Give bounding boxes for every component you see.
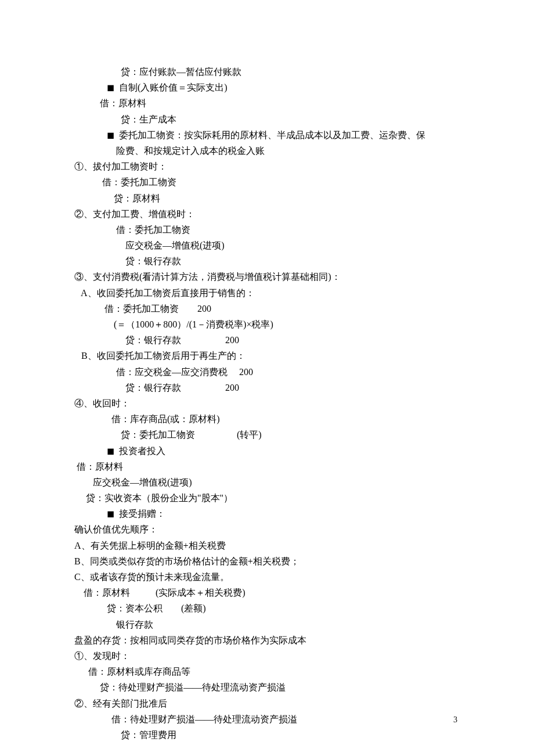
text-line: 确认价值优先顺序： [74, 521, 460, 537]
text-line: B、同类或类似存货的市场价格估计的金额+相关税费； [74, 553, 460, 569]
text-line: 借：委托加工物资 [74, 174, 460, 190]
text-line: 借：应交税金—应交消费税 200 [74, 364, 460, 380]
document-content: 贷：应付账款—暂估应付账款 ◼ 自制(入账价值＝实际支出) 借：原材料 贷：生产… [74, 64, 460, 743]
text-line: ④、收回时： [74, 395, 460, 411]
text-line: 借：原材料或库存商品等 [74, 664, 460, 679]
text-line: ②、经有关部门批准后 [74, 696, 460, 711]
text-line: ◼ 自制(入账价值＝实际支出) [74, 80, 460, 95]
text-line: 应交税金—增值税(进项) [74, 474, 460, 490]
text-line: 贷：管理费用 [74, 727, 460, 743]
text-line: 贷：资本公积 (差额) [74, 600, 460, 616]
text-line: B、收回委托加工物资后用于再生产的： [74, 348, 460, 363]
text-line: ◼ 投资者投入 [74, 443, 460, 459]
text-line: 贷：待处理财产损溢——待处理流动资产损溢 [74, 679, 460, 695]
text-line: 贷：应付账款—暂估应付账款 [74, 64, 460, 80]
text-line: 贷：银行存款 200 [74, 332, 460, 348]
text-line: 险费、和按规定计入成本的税金入账 [74, 143, 460, 159]
text-line: 贷：原材料 [74, 190, 460, 206]
text-line: ③、支付消费税(看清计算方法，消费税与增值税计算基础相同)： [74, 269, 460, 285]
text-line: 银行存款 [74, 617, 460, 632]
text-line: 贷：生产成本 [74, 111, 460, 127]
text-line: 借：委托加工物资 [74, 222, 460, 237]
text-line: A、有关凭据上标明的金额+相关税费 [74, 538, 460, 553]
text-line: 贷：实收资本（股份企业为"股本"） [74, 490, 460, 506]
text-line: ◼ 委托加工物资：按实际耗用的原材料、半成品成本以及加工费、运杂费、保 [74, 127, 460, 143]
text-line: C、或者该存货的预计未来现金流量。 [74, 569, 460, 585]
text-line: 借：原材料 [74, 95, 460, 111]
text-line: (＝（1000＋800）/(1－消费税率)×税率) [74, 316, 460, 332]
text-line: 借：委托加工物资 200 [74, 301, 460, 316]
text-line: 贷：银行存款 200 [74, 380, 460, 395]
text-line: A、收回委托加工物资后直接用于销售的： [74, 285, 460, 301]
text-line: 贷：委托加工物资 (转平) [74, 427, 460, 442]
text-line: 应交税金—增值税(进项) [74, 237, 460, 253]
text-line: ①、发现时： [74, 648, 460, 664]
text-line: 借：库存商品(或：原材料) [74, 411, 460, 427]
text-line: 借：原材料 [74, 459, 460, 474]
text-line: 贷：银行存款 [74, 253, 460, 269]
text-line: 借：待处理财产损溢——待处理流动资产损溢 [74, 711, 460, 727]
text-line: ◼ 接受捐赠： [74, 506, 460, 521]
page-number: 3 [453, 713, 457, 727]
text-line: ①、拔付加工物资时： [74, 159, 460, 174]
text-line: ②、支付加工费、增值税时： [74, 206, 460, 222]
text-line: 盘盈的存货：按相同或同类存货的市场价格作为实际成本 [74, 632, 460, 648]
text-line: 借：原材料 (实际成本＋相关税费) [74, 585, 460, 600]
